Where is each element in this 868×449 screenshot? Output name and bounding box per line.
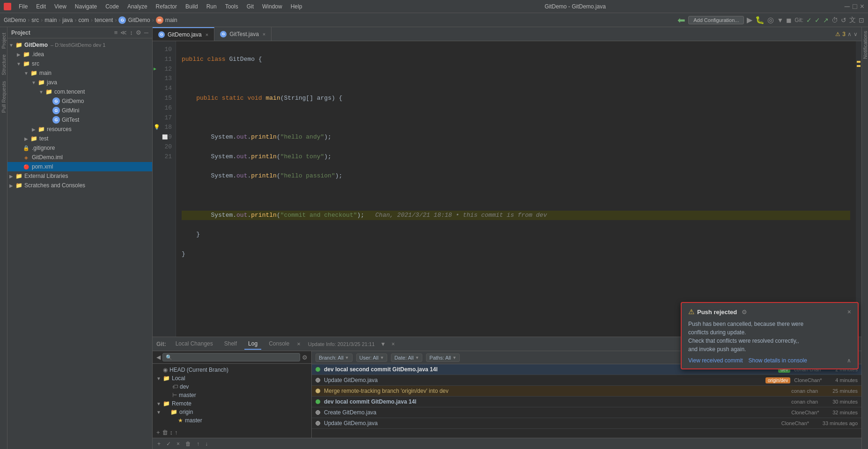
bulb-icon-ln18[interactable]: 💡 <box>154 124 160 132</box>
gitdemo-tab-close[interactable]: × <box>206 32 208 37</box>
bottom-down-icon[interactable]: ↓ <box>204 440 209 448</box>
breadcrumb-com[interactable]: com <box>78 17 89 23</box>
tab-gittest-java[interactable]: G GitTest.java × <box>214 27 272 41</box>
back-icon[interactable]: ⬅ <box>677 15 685 26</box>
branch-origin-section[interactable]: ▼ 📁 origin <box>154 408 309 416</box>
breadcrumb-java[interactable]: java <box>62 17 73 23</box>
push-rejected-close-icon[interactable]: × <box>847 308 851 316</box>
git-translate-icon[interactable]: 文 <box>849 16 856 24</box>
breadcrumb-gitdemo[interactable]: GitDemo <box>4 17 26 23</box>
menu-window[interactable]: Window <box>258 2 286 11</box>
gittest-tab-close[interactable]: × <box>263 31 265 37</box>
branch-head[interactable]: ◉ HEAD (Current Branch) <box>154 366 309 374</box>
console-close-icon[interactable]: × <box>297 340 301 347</box>
breadcrumb-gitdemo-class[interactable]: GitDemo <box>128 17 150 23</box>
branch-dev[interactable]: 🏷 dev <box>154 383 309 391</box>
branch-local-section[interactable]: ▼ 📁 Local <box>154 374 309 383</box>
git-history-icon[interactable]: ⏱ <box>831 16 838 24</box>
code-content[interactable]: public class GitDemo { public static voi… <box>176 41 856 337</box>
debug-button[interactable]: 🐛 <box>755 15 765 24</box>
tree-item-gittest-class[interactable]: ▶ G GitTest <box>7 115 152 125</box>
git-check2-icon[interactable]: ✓ <box>815 16 820 24</box>
bottom-up-icon[interactable]: ↑ <box>196 440 200 448</box>
breadcrumb-main[interactable]: main <box>44 17 57 23</box>
menu-git[interactable]: Git <box>243 2 257 11</box>
tree-item-scratches[interactable]: ▶ 📁 Scratches and Consoles <box>7 181 152 190</box>
stop-button[interactable]: ◼ <box>786 16 792 24</box>
bottom-check-icon[interactable]: ✓ <box>165 440 172 448</box>
tab-gitdemo-java[interactable]: G GitDemo.java × <box>153 27 214 41</box>
add-branch-icon[interactable]: + <box>156 429 160 436</box>
run-button[interactable]: ▶ <box>747 15 752 24</box>
tree-item-gitdemo-class[interactable]: ▶ G GitDemo <box>7 96 152 106</box>
filter-paths[interactable]: Paths: All ▼ <box>426 353 460 362</box>
tree-item-resources[interactable]: ▶ 📁 resources <box>7 125 152 134</box>
structure-side-tab[interactable]: Structure <box>0 52 7 77</box>
git-check1-icon[interactable]: ✓ <box>806 16 812 24</box>
menu-build[interactable]: Build <box>182 2 202 11</box>
project-panel-options-icon[interactable]: ≡ <box>114 29 118 36</box>
tree-item-ext-libs[interactable]: ▶ 📁 External Libraries <box>7 171 152 181</box>
tree-item-main[interactable]: ▼ 📁 main <box>7 68 152 78</box>
right-side-tab-1[interactable]: Notifications <box>862 29 868 61</box>
tree-item-src[interactable]: ▼ 📁 src <box>7 59 152 68</box>
menu-code[interactable]: Code <box>102 2 123 11</box>
collapse-left-icon[interactable]: ◀ <box>156 354 161 361</box>
pull-requests-side-tab[interactable]: Pull Requests <box>0 79 7 115</box>
commit-row-5[interactable]: Create GitDemo.java CloneChan* 32 minute… <box>312 407 861 418</box>
breadcrumb-tencent[interactable]: tencent <box>95 17 113 23</box>
view-received-commit-link[interactable]: View received commit <box>688 357 743 364</box>
editor-scrollbar[interactable] <box>856 41 861 337</box>
project-panel-sort-icon[interactable]: ↕ <box>130 29 133 36</box>
bottom-delete-icon[interactable]: 🗑 <box>184 440 192 448</box>
maximize-button[interactable]: □ <box>853 2 857 11</box>
project-panel-collapse-icon[interactable]: ≪ <box>120 29 127 36</box>
tab-log[interactable]: Log <box>244 339 261 350</box>
menu-help[interactable]: Help <box>287 2 306 11</box>
tab-console[interactable]: Console <box>265 339 293 350</box>
filter-branch[interactable]: Branch: All ▼ <box>316 353 353 362</box>
menu-navigate[interactable]: Navigate <box>71 2 101 11</box>
delete-branch-icon[interactable]: 🗑 <box>162 429 168 436</box>
fetch-icon[interactable]: ↕ <box>170 429 173 436</box>
bottom-x-icon[interactable]: × <box>176 440 181 448</box>
tree-item-java[interactable]: ▼ 📁 java <box>7 78 152 87</box>
update-info-dropdown-icon[interactable]: ▼ <box>380 341 386 347</box>
more-run-button[interactable]: ▼ <box>777 16 783 24</box>
branch-settings-icon[interactable]: ⚙ <box>302 354 308 361</box>
menu-refactor[interactable]: Refactor <box>152 2 181 11</box>
git-push-icon[interactable]: ↗ <box>823 16 829 24</box>
tree-item-com-tencent[interactable]: ▼ 📁 com.tencent <box>7 87 152 96</box>
menu-run[interactable]: Run <box>203 2 221 11</box>
tab-local-changes[interactable]: Local Changes <box>172 339 217 350</box>
menu-tools[interactable]: Tools <box>221 2 242 11</box>
tree-item-idea[interactable]: ▶ 📁 .idea <box>7 50 152 59</box>
update-info-close-icon[interactable]: × <box>391 341 395 347</box>
project-panel-minimize-icon[interactable]: ─ <box>144 29 148 36</box>
branch-search-input[interactable] <box>162 353 300 361</box>
branch-origin-master[interactable]: ★ master <box>154 416 309 425</box>
show-details-link[interactable]: Show details in console <box>748 357 807 364</box>
project-side-tab[interactable]: Project <box>0 31 7 51</box>
push-rejected-expand-icon[interactable]: ∧ <box>847 357 851 364</box>
close-button[interactable]: × <box>860 2 864 11</box>
tree-item-gitdemo-iml[interactable]: ▶ ◈ GitDemo.iml <box>7 153 152 162</box>
menu-analyze[interactable]: Analyze <box>124 2 151 11</box>
commit-row-3[interactable]: Merge remote-tracking branch 'origin/dev… <box>312 386 861 397</box>
coverage-button[interactable]: ◎ <box>767 15 774 24</box>
run-button-ln12[interactable]: ▶ <box>154 66 156 73</box>
menu-file[interactable]: File <box>15 2 31 11</box>
tab-shelf[interactable]: Shelf <box>221 339 241 350</box>
push-rejected-settings-icon[interactable]: ⚙ <box>742 309 747 316</box>
commit-row-6[interactable]: Update GitDemo.java CloneChan* 33 minute… <box>312 418 861 429</box>
commit-row-4[interactable]: dev local commit GitDemo.java 14l conan … <box>312 397 861 407</box>
git-layout-icon[interactable]: ⊡ <box>859 16 864 24</box>
breadcrumb-main-method[interactable]: main <box>165 17 177 23</box>
tree-item-gitdemo-root[interactable]: ▼ 📁 GitDemo – D:\test\GitDemo dev 1 <box>7 40 152 50</box>
filter-user[interactable]: User: All ▼ <box>356 353 388 362</box>
bottom-add-icon[interactable]: + <box>156 440 162 448</box>
branch-master[interactable]: ⊢ master <box>154 391 309 399</box>
tree-item-test[interactable]: ▶ 📁 test <box>7 134 152 143</box>
menu-edit[interactable]: Edit <box>32 2 50 11</box>
warnings-expand-icon[interactable]: ∧ <box>847 31 852 37</box>
